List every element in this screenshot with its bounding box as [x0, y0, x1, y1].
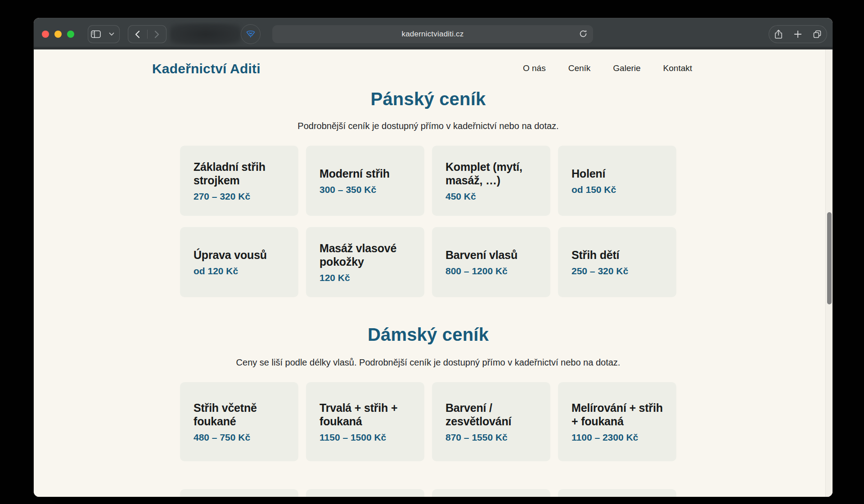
price-card: Trvalá + střih + foukaná 1150 – 1500 Kč	[306, 382, 424, 461]
reload-button[interactable]	[579, 29, 588, 38]
price-card-price: 120 Kč	[320, 272, 350, 283]
back-button[interactable]	[128, 26, 147, 43]
price-card-name: Komplet (mytí, masáž, …)	[446, 160, 537, 187]
chevron-down-icon	[109, 32, 114, 36]
price-card-price: 1100 – 2300 Kč	[572, 432, 638, 443]
price-card: Masáž vlasové pokožky 120 Kč	[306, 227, 424, 297]
price-card-name: Holení	[572, 167, 605, 180]
close-button[interactable]	[42, 31, 49, 38]
section-subtitle: Ceny se liší podle délky vlasů. Podrobně…	[180, 357, 676, 368]
price-grid: Základní střih strojkem 270 – 320 Kč Mod…	[180, 146, 676, 297]
window-actions	[769, 25, 827, 43]
section-subtitle: Podrobnější ceník je dostupný přímo v ka…	[180, 120, 676, 131]
tab-overview-button[interactable]	[807, 26, 827, 43]
zoom-button[interactable]	[67, 31, 74, 38]
chevron-left-icon	[135, 31, 140, 38]
price-card-price: 300 – 350 Kč	[320, 184, 376, 195]
forward-button[interactable]	[148, 26, 166, 43]
address-bar[interactable]: kadernictviaditi.cz	[272, 25, 593, 43]
price-card: Holení od 150 Kč	[558, 146, 676, 216]
privacy-extension-shield-icon	[245, 29, 256, 40]
price-card-price: 270 – 320 Kč	[194, 191, 250, 202]
tab-group-menu-button[interactable]	[104, 26, 120, 43]
price-card-name: Trvalá + střih + foukaná	[320, 401, 411, 428]
price-card-name: Moderní střih	[320, 167, 390, 180]
chevron-right-icon	[154, 31, 159, 38]
scrollbar-track	[825, 49, 832, 497]
new-tab-button[interactable]	[788, 26, 808, 43]
url-text: kadernictviaditi.cz	[402, 30, 464, 39]
price-card-name: Masáž vlasové pokožky	[320, 241, 411, 268]
section-title: Dámský ceník	[180, 324, 676, 345]
price-card: Úprava vousů od 120 Kč	[180, 227, 298, 297]
nav-link-o-nas[interactable]: O nás	[523, 63, 546, 73]
sidebar-controls	[88, 25, 120, 43]
site-nav: O nás Ceník Galerie Kontakt	[523, 63, 692, 73]
sidebar-icon	[91, 30, 101, 38]
share-button[interactable]	[769, 26, 788, 43]
nav-link-kontakt[interactable]: Kontakt	[663, 63, 692, 73]
price-card-price: od 150 Kč	[572, 184, 616, 195]
price-card-name: Barvení / zesvětlování	[446, 401, 537, 428]
price-card-price: 480 – 750 Kč	[194, 432, 250, 443]
site-logo[interactable]: Kadeřnictví Aditi	[152, 61, 261, 76]
nav-link-cenik[interactable]: Ceník	[568, 63, 591, 73]
price-grid: Střih včetně foukané 480 – 750 Kč Trvalá…	[180, 382, 676, 461]
web-page: Kadeřnictví Aditi O nás Ceník Galerie Ko…	[34, 49, 832, 497]
price-card: Střih včetně foukané 480 – 750 Kč	[180, 382, 298, 461]
price-card-partial	[432, 489, 550, 497]
price-card: Moderní střih 300 – 350 Kč	[306, 146, 424, 216]
price-grid-partial	[180, 489, 676, 497]
price-card: Barvení / zesvětlování 870 – 1550 Kč	[432, 382, 550, 461]
price-card-name: Melírování + střih + foukaná	[572, 401, 663, 428]
minimize-button[interactable]	[54, 31, 62, 38]
price-card-name: Střih včetně foukané	[194, 401, 285, 428]
price-card-price: od 120 Kč	[194, 266, 238, 277]
share-icon	[774, 29, 783, 39]
price-card-name: Úprava vousů	[194, 248, 267, 262]
sidebar-toggle-button[interactable]	[88, 26, 104, 43]
plus-icon	[793, 30, 802, 39]
history-navigation	[128, 25, 166, 43]
price-card: Barvení vlasů 800 – 1200 Kč	[432, 227, 550, 297]
price-card: Základní střih strojkem 270 – 320 Kč	[180, 146, 298, 216]
tabs-icon	[812, 29, 822, 39]
price-card-price: 250 – 320 Kč	[572, 266, 628, 277]
price-card-name: Základní střih strojkem	[194, 160, 285, 187]
blurred-region	[170, 23, 241, 45]
price-card-partial	[180, 489, 298, 497]
price-card-price: 800 – 1200 Kč	[446, 266, 508, 277]
browser-toolbar: kadernictviaditi.cz	[34, 18, 832, 49]
section-title: Pánský ceník	[180, 88, 676, 110]
price-card: Komplet (mytí, masáž, …) 450 Kč	[432, 146, 550, 216]
price-card-name: Barvení vlasů	[446, 248, 518, 262]
nav-link-galerie[interactable]: Galerie	[613, 63, 640, 73]
price-card-price: 1150 – 1500 Kč	[320, 432, 386, 443]
price-card-name: Střih dětí	[572, 248, 619, 262]
price-card: Melírování + střih + foukaná 1100 – 2300…	[558, 382, 676, 461]
scrollbar-thumb[interactable]	[827, 212, 832, 304]
price-card-price: 450 Kč	[446, 191, 476, 202]
traffic-lights	[42, 31, 74, 38]
price-card-partial	[306, 489, 424, 497]
price-card: Střih dětí 250 – 320 Kč	[558, 227, 676, 297]
price-card-price: 870 – 1550 Kč	[446, 432, 508, 443]
extension-button[interactable]	[241, 24, 261, 44]
price-card-partial	[558, 489, 676, 497]
browser-window: kadernictviaditi.cz	[34, 18, 832, 497]
